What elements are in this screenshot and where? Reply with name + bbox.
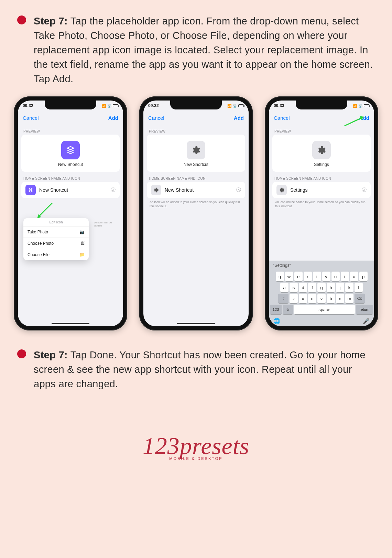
key-v[interactable]: v	[317, 294, 326, 303]
add-button[interactable]: Add	[108, 115, 118, 121]
wifi-icon: 📡	[107, 104, 111, 108]
shortcut-name-input[interactable]: New Shortcut	[165, 187, 233, 193]
wifi-icon: 📡	[233, 104, 237, 108]
menu-choose-photo[interactable]: Choose Photo 🖼	[23, 238, 89, 249]
key-h[interactable]: h	[327, 283, 335, 292]
preview-label: PREVIEW	[269, 125, 374, 135]
signal-icon: 📶	[353, 104, 357, 108]
small-settings-icon[interactable]	[276, 185, 287, 195]
key-t[interactable]: t	[313, 272, 321, 281]
name-icon-row: Settings ⓧ	[272, 182, 371, 198]
clear-input-icon[interactable]: ⓧ	[362, 187, 367, 193]
status-icons: 📶 📡	[353, 104, 369, 108]
notch-icon	[296, 101, 347, 109]
key-delete[interactable]: ⌫	[355, 294, 365, 303]
small-settings-icon[interactable]	[151, 185, 161, 195]
step-7a-body: Tap the placeholder app icon. From the d…	[34, 15, 373, 84]
home-section-label: HOME SCREEN NAME AND ICON	[143, 172, 249, 182]
key-k[interactable]: k	[345, 283, 353, 292]
kb-row-1: q w e r t y u i o p	[270, 272, 373, 281]
key-j[interactable]: j	[336, 283, 344, 292]
key-x[interactable]: x	[299, 294, 307, 303]
key-o[interactable]: o	[350, 272, 358, 281]
clear-input-icon[interactable]: ⓧ	[111, 187, 116, 193]
key-r[interactable]: r	[304, 272, 312, 281]
small-shortcut-icon[interactable]	[25, 185, 36, 195]
key-123[interactable]: 123	[270, 305, 282, 314]
menu-choose-file-label: Choose File	[28, 252, 50, 257]
menu-take-photo-label: Take Photo	[28, 230, 48, 234]
key-y[interactable]: y	[322, 272, 330, 281]
keyboard-suggestion[interactable]: "Settings"	[269, 261, 374, 270]
cancel-button[interactable]: Cancel	[23, 115, 39, 121]
step-7b: Step 7: Tap Done. Your Shortcut has now …	[0, 337, 392, 394]
key-emoji[interactable]: ☺	[283, 305, 293, 314]
cancel-button[interactable]: Cancel	[148, 115, 164, 121]
preview-label: PREVIEW	[143, 125, 249, 135]
phone-1: 09:32 📶 📡 Cancel Add PREVIEW New Shortcu…	[14, 96, 127, 330]
key-b[interactable]: b	[327, 294, 335, 303]
key-s[interactable]: s	[290, 283, 298, 292]
key-c[interactable]: c	[308, 294, 316, 303]
key-n[interactable]: n	[336, 294, 344, 303]
keyboard: q w e r t y u i o p a s d	[269, 270, 374, 326]
key-i[interactable]: i	[341, 272, 349, 281]
shortcut-name-input[interactable]: New Shortcut	[39, 187, 107, 193]
menu-choose-file[interactable]: Choose File 📁	[23, 249, 89, 260]
key-return[interactable]: return	[356, 305, 373, 314]
helper-text: An icon will be added to your Home scree…	[143, 198, 249, 208]
step-7b-label: Step 7:	[34, 349, 68, 360]
battery-icon	[238, 104, 244, 107]
globe-icon[interactable]: 🌐	[273, 318, 280, 324]
brand-logo: 123presets MOBILE & DESKTOP	[0, 432, 392, 461]
logo-main: 123presets	[0, 432, 392, 460]
key-shift[interactable]: ⇧	[278, 294, 288, 303]
key-u[interactable]: u	[331, 272, 340, 281]
key-space[interactable]: space	[294, 305, 355, 314]
preview-card: New Shortcut	[21, 135, 120, 172]
step-7a: Step 7: Tap the placeholder app icon. Fr…	[0, 0, 392, 90]
phone-3-screen: 09:33 📶 📡 Cancel Add PREVIEW Settings	[269, 101, 374, 326]
notch-icon	[45, 101, 96, 109]
helper-hint: An icon will be added	[94, 221, 118, 227]
key-w[interactable]: w	[285, 272, 293, 281]
status-icons: 📶 📡	[102, 104, 118, 108]
step-7b-body: Tap Done. Your Shortcut has now been cre…	[34, 349, 366, 389]
menu-take-photo[interactable]: Take Photo 📷	[23, 227, 89, 238]
home-indicator	[52, 323, 89, 324]
key-e[interactable]: e	[294, 272, 303, 281]
clear-input-icon[interactable]: ⓧ	[236, 187, 241, 193]
preview-label: PREVIEW	[18, 125, 123, 135]
arrow-icon	[37, 203, 53, 218]
kb-bottom-row: 🌐 🎤	[270, 316, 373, 324]
add-button[interactable]: Add	[234, 115, 244, 121]
key-p[interactable]: p	[359, 272, 368, 281]
preview-name: New Shortcut	[58, 162, 83, 167]
shortcut-name-input[interactable]: Settings	[290, 187, 358, 193]
preview-name: New Shortcut	[184, 162, 208, 167]
key-l[interactable]: l	[355, 283, 363, 292]
wifi-icon: 📡	[358, 104, 362, 108]
settings-app-icon	[312, 141, 331, 159]
settings-app-icon	[187, 141, 205, 159]
logo-sub: MOBILE & DESKTOP	[0, 456, 392, 461]
key-a[interactable]: a	[280, 283, 288, 292]
mic-icon[interactable]: 🎤	[363, 318, 370, 324]
key-q[interactable]: q	[276, 272, 284, 281]
key-z[interactable]: z	[290, 294, 298, 303]
status-time: 09:32	[23, 103, 33, 108]
bullet-icon	[17, 15, 26, 24]
key-f[interactable]: f	[308, 283, 316, 292]
status-icons: 📶 📡	[227, 104, 244, 108]
key-m[interactable]: m	[345, 294, 353, 303]
kb-row-4: 123 ☺ space return	[270, 305, 373, 314]
preview-card: New Shortcut	[147, 135, 245, 172]
preview-card: Settings	[272, 135, 371, 172]
step-7a-text: Step 7: Tap the placeholder app icon. Fr…	[34, 14, 375, 86]
key-d[interactable]: d	[299, 283, 307, 292]
notch-icon	[170, 101, 222, 109]
menu-title: Edit Icon	[23, 218, 89, 227]
key-g[interactable]: g	[317, 283, 326, 292]
cancel-button[interactable]: Cancel	[274, 115, 290, 121]
nav-bar: Cancel Add	[143, 111, 249, 125]
